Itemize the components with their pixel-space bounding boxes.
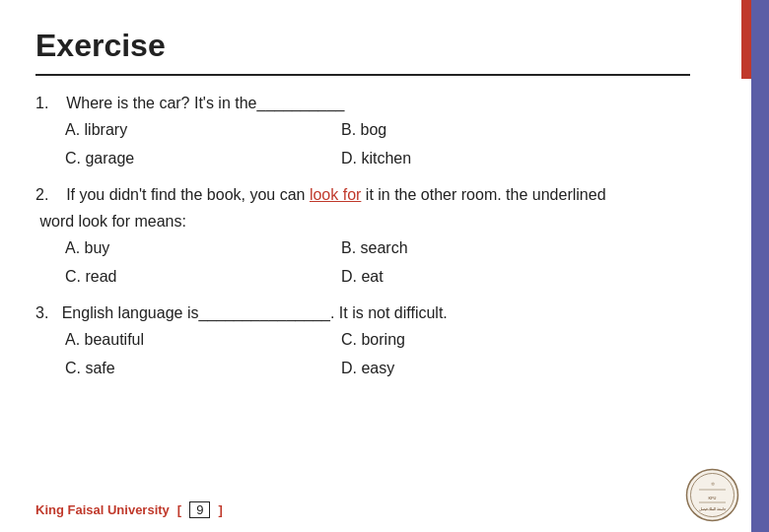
q2-line2: word look for means: bbox=[39, 213, 186, 230]
q1-option-b: B. bog bbox=[341, 116, 617, 145]
q2-option-a: A. buy bbox=[65, 234, 341, 263]
q1-options: A. library B. bog C. garage D. kitchen bbox=[65, 116, 690, 173]
svg-text:جامعة الملك فيصل: جامعة الملك فيصل bbox=[699, 506, 728, 511]
q1-text: Where is the car? It's in the__________ bbox=[66, 95, 344, 111]
q2-option-b: B. search bbox=[341, 234, 617, 263]
svg-text:KFU: KFU bbox=[709, 496, 717, 500]
q2-option-c: C. read bbox=[65, 263, 341, 292]
footer-university: King Faisal University bbox=[35, 502, 170, 517]
question-3-text: 3. English language is_______________. I… bbox=[35, 299, 690, 326]
question-3: 3. English language is_______________. I… bbox=[35, 299, 690, 383]
q1-number: 1. bbox=[35, 95, 48, 111]
q3-option-d: D. easy bbox=[341, 355, 617, 383]
question-2-line2: word look for means: bbox=[35, 208, 690, 234]
q3-text: English language is_______________. It i… bbox=[62, 304, 448, 321]
main-content: Exercise 1. Where is the car? It's in th… bbox=[0, 0, 730, 411]
q1-option-a: A. library bbox=[65, 116, 341, 145]
accent-bar-top bbox=[741, 0, 751, 79]
q1-option-d: D. kitchen bbox=[341, 145, 617, 173]
svg-text:✡: ✡ bbox=[711, 481, 715, 487]
question-2: 2. If you didn't find the book, you can … bbox=[35, 181, 690, 292]
q3-options: A. beautiful C. boring C. safe D. easy bbox=[65, 326, 690, 383]
q2-text-before: If you didn't find the book, you can bbox=[66, 186, 305, 203]
q3-option-c-safe: C. safe bbox=[65, 355, 341, 383]
question-1: 1. Where is the car? It's in the________… bbox=[35, 90, 690, 173]
divider bbox=[35, 74, 690, 76]
q2-options: A. buy B. search C. read D. eat bbox=[65, 234, 690, 292]
question-2-text: 2. If you didn't find the book, you can … bbox=[35, 181, 690, 208]
q3-number: 3. bbox=[35, 304, 48, 321]
q3-option-c-boring: C. boring bbox=[341, 326, 617, 355]
university-logo: ✡ KFU جامعة الملك فيصل bbox=[685, 468, 739, 522]
q3-option-a: A. beautiful bbox=[65, 326, 341, 355]
question-1-text: 1. Where is the car? It's in the________… bbox=[35, 90, 690, 116]
footer-sep1: [ bbox=[177, 502, 181, 517]
page-title: Exercise bbox=[35, 28, 690, 64]
q2-number: 2. bbox=[35, 186, 48, 203]
q2-text-after: it in the other room. the underlined bbox=[366, 186, 606, 203]
q1-option-c: C. garage bbox=[65, 145, 341, 173]
footer-page: 9 bbox=[189, 501, 210, 518]
footer: King Faisal University [ 9 ] bbox=[35, 501, 223, 518]
q2-underlined: look for bbox=[310, 186, 361, 203]
footer-sep2: ] bbox=[218, 502, 222, 517]
accent-bar-right bbox=[751, 0, 769, 532]
q2-option-d: D. eat bbox=[341, 263, 617, 292]
